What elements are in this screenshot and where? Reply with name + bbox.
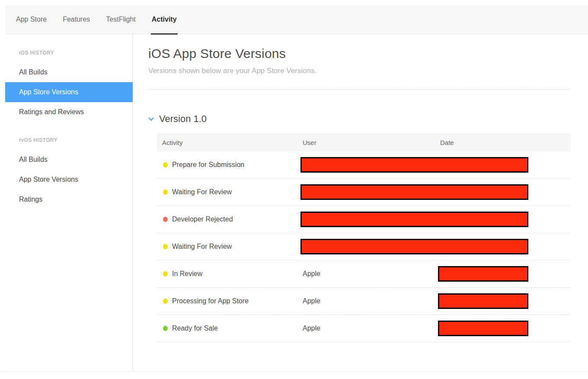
table-row: Processing for App Store Apple [157,288,571,315]
tab-app-store[interactable]: App Store [16,5,47,34]
redaction-box [300,157,528,173]
sidebar-item-all-builds-tvos[interactable]: All Builds [5,150,133,170]
bottom-divider [0,371,588,372]
chevron-down-icon[interactable] [148,117,154,121]
status-dot [163,190,168,195]
activity-label: Waiting For Review [172,243,232,251]
tab-activity-label: Activity [152,16,177,23]
redaction-box [438,321,528,336]
tab-activity[interactable]: Activity [152,5,177,34]
status-dot [163,162,168,167]
redaction-box [438,266,528,282]
table-header: Activity User Date [157,133,571,151]
status-dot [163,299,168,304]
status-dot [163,326,168,331]
activity-label: In Review [172,270,202,278]
table-row: Prepare for Submission [157,151,571,179]
redaction-box [300,184,528,200]
status-dot [163,271,168,276]
page: App Store Features TestFlight Activity i… [0,0,588,379]
active-tab-underline [151,33,178,35]
user-label: Apple [303,270,320,278]
tab-testflight[interactable]: TestFlight [106,5,135,34]
activity-label: Developer Rejected [172,215,233,223]
status-dot [163,217,168,222]
column-header-user: User [303,139,316,146]
sidebar-section-title-ios-history: iOS HISTORY [19,50,132,56]
user-label: Apple [303,324,320,332]
tab-features[interactable]: Features [63,5,90,34]
redaction-box [300,239,528,254]
sidebar-item-app-store-versions-tvos[interactable]: App Store Versions [5,170,133,190]
section-divider [148,89,571,90]
sidebar-item-app-store-versions[interactable]: App Store Versions [5,82,133,102]
table-row: Ready for Sale Apple [157,315,571,342]
user-label: Apple [303,297,320,305]
page-subtitle: Versions shown below are your App Store … [148,67,316,75]
sidebar: iOS HISTORY All Builds App Store Version… [0,34,133,371]
activity-table: Activity User Date Prepare for Submissio… [157,133,571,342]
version-label: Version 1.0 [159,113,207,125]
sidebar-item-ratings-and-reviews[interactable]: Ratings and Reviews [5,102,133,122]
column-header-date: Date [440,139,454,146]
status-dot [163,244,168,249]
table-row: Waiting For Review [157,179,571,206]
activity-label: Processing for App Store [172,297,249,305]
column-header-activity: Activity [162,139,183,146]
version-section-header[interactable]: Version 1.0 [148,113,207,125]
table-row: Developer Rejected [157,206,571,233]
redaction-box [300,212,528,227]
sidebar-item-all-builds[interactable]: All Builds [5,62,133,82]
sidebar-section-title-tvos-history: tvOS HISTORY [19,137,132,143]
activity-label: Prepare for Submission [172,161,244,169]
table-row: In Review Apple [157,260,571,288]
table-row: Waiting For Review [157,233,571,260]
page-title: iOS App Store Versions [148,46,286,61]
activity-label: Ready for Sale [172,324,218,332]
redaction-box [438,293,528,309]
sidebar-item-ratings-tvos[interactable]: Ratings [5,190,133,209]
activity-label: Waiting For Review [172,188,232,196]
top-nav: App Store Features TestFlight Activity [5,5,588,34]
